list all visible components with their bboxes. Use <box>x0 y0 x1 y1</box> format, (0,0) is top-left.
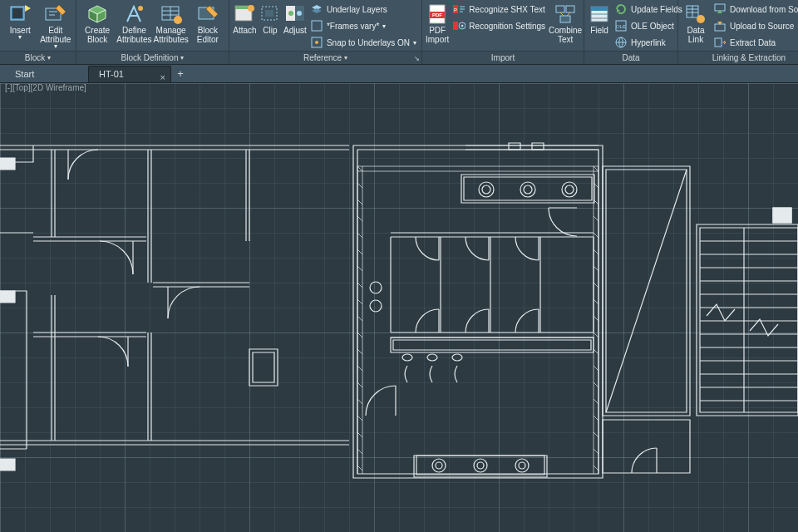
extract-data-label: Extract Data <box>730 38 776 47</box>
edit-attribute-button[interactable]: Edit Attribute▾ <box>39 2 73 51</box>
update-fields-label: Update Fields <box>631 5 682 14</box>
create-block-label: Create Block <box>85 26 110 44</box>
upload-source-label: Upload to Source <box>730 22 794 31</box>
combine-text-icon <box>554 3 577 25</box>
hyperlink-button[interactable]: Hyperlink <box>614 35 682 50</box>
adjust-label: Adjust <box>283 26 307 35</box>
panel-block-title[interactable]: Block▾ <box>0 51 76 64</box>
svg-rect-50 <box>715 38 722 47</box>
recognition-settings-label: Recognition Settings <box>469 22 545 31</box>
frame-icon <box>310 19 323 32</box>
panel-data-title: Data <box>584 51 677 64</box>
panel-block-def-title[interactable]: Block Definition▾ <box>76 51 229 64</box>
tab-start[interactable]: Start <box>5 66 88 82</box>
combine-text-button[interactable]: Combine Text <box>549 2 582 46</box>
field-icon <box>588 3 611 25</box>
recognize-shx-label: Recognize SHX Text <box>469 5 545 14</box>
svg-point-70 <box>519 462 525 469</box>
tab-file[interactable]: HT-01× <box>88 66 171 82</box>
svg-rect-52 <box>253 352 274 382</box>
field-button[interactable]: Field <box>588 2 611 37</box>
frames-vary-label: *Frames vary* <box>327 22 379 31</box>
reference-launcher-icon[interactable]: ↘ <box>414 55 420 62</box>
svg-point-62 <box>565 185 574 194</box>
new-tab-button[interactable]: + <box>171 66 190 82</box>
upload-icon <box>713 19 727 32</box>
svg-point-20 <box>288 11 293 16</box>
insert-label: Insert▾ <box>10 26 31 40</box>
adjust-button[interactable]: Adjust <box>283 2 307 37</box>
attach-icon <box>233 3 256 25</box>
hyperlink-label: Hyperlink <box>631 38 666 47</box>
svg-point-71 <box>370 282 382 293</box>
ole-object-label: OLE Object <box>631 22 674 31</box>
svg-text:OLE: OLE <box>616 24 626 29</box>
download-source-button[interactable]: Download from Source <box>713 2 798 17</box>
update-icon <box>614 2 628 16</box>
extract-data-button[interactable]: Extract Data <box>713 35 798 50</box>
block-editor-label: Block Editor <box>197 26 219 44</box>
svg-point-15 <box>248 5 254 12</box>
svg-rect-1 <box>12 8 22 18</box>
recognize-icon: P <box>452 2 466 16</box>
panel-block: Insert▾ Edit Attribute▾ Block▾ <box>0 0 76 64</box>
manage-attributes-button[interactable]: Manage Attributes <box>154 2 189 46</box>
floorplan-drawing <box>0 83 798 532</box>
svg-point-26 <box>315 41 318 44</box>
svg-marker-2 <box>25 5 31 12</box>
recognize-shx-button[interactable]: P Recognize SHX Text <box>452 2 545 17</box>
data-link-label: Data Link <box>687 26 704 44</box>
underlay-layers-button[interactable]: Underlay Layers <box>310 2 416 17</box>
document-tabs: Start HT-01× + <box>0 65 798 83</box>
svg-marker-40 <box>617 8 620 12</box>
pdf-icon: PDF <box>426 3 449 25</box>
svg-rect-83 <box>773 208 791 223</box>
update-fields-button[interactable]: Update Fields <box>614 2 682 17</box>
edit-attribute-icon <box>44 3 67 25</box>
download-source-label: Download from Source <box>730 5 798 14</box>
define-attributes-button[interactable]: Define Attributes <box>116 2 151 46</box>
upload-source-button[interactable]: Upload to Source <box>713 18 798 33</box>
panel-reference-title[interactable]: Reference▾ <box>229 51 421 64</box>
svg-rect-37 <box>560 16 570 22</box>
svg-point-75 <box>402 354 412 361</box>
svg-rect-36 <box>566 6 574 12</box>
svg-point-8 <box>138 6 143 11</box>
attach-button[interactable]: Attach <box>233 2 257 37</box>
insert-icon <box>8 3 32 25</box>
download-icon <box>713 2 727 16</box>
snap-underlays-button[interactable]: Snap to Underlays ON▾ <box>310 35 416 50</box>
block-editor-icon <box>196 3 219 25</box>
drawing-viewport[interactable]: [-][Top][2D Wireframe] <box>0 83 798 532</box>
hyperlink-icon <box>614 36 628 49</box>
svg-point-60 <box>524 185 532 194</box>
ole-object-button[interactable]: OLE OLE Object <box>614 18 682 33</box>
svg-rect-86 <box>532 143 544 150</box>
svg-rect-82 <box>700 228 798 412</box>
svg-rect-74 <box>393 340 591 350</box>
panel-import-title: Import <box>422 51 584 64</box>
create-block-button[interactable]: Create Block <box>80 2 115 46</box>
block-editor-button[interactable]: Block Editor <box>190 2 225 46</box>
snap-underlays-label: Snap to Underlays ON <box>327 38 410 47</box>
svg-point-59 <box>520 182 535 197</box>
underlay-layers-label: Underlay Layers <box>327 5 387 14</box>
svg-point-57 <box>479 182 494 197</box>
svg-rect-85 <box>509 143 520 150</box>
tab-file-label: HT-01 <box>99 66 124 82</box>
recognition-settings-button[interactable]: Recognition Settings <box>452 18 545 33</box>
pdf-import-button[interactable]: PDF PDF Import <box>426 2 449 46</box>
frames-vary-button[interactable]: *Frames vary*▾ <box>310 18 416 33</box>
svg-rect-39 <box>591 7 608 11</box>
svg-point-45 <box>697 15 705 23</box>
svg-point-65 <box>432 459 446 472</box>
adjust-icon <box>283 3 307 25</box>
insert-button[interactable]: Insert▾ <box>3 2 37 42</box>
svg-text:P: P <box>454 7 457 12</box>
clip-button[interactable]: Clip <box>259 2 282 37</box>
recog-settings-icon <box>452 19 466 32</box>
svg-rect-89 <box>0 459 15 470</box>
svg-rect-48 <box>715 24 725 31</box>
data-link-button[interactable]: Data Link <box>682 2 710 46</box>
svg-rect-35 <box>556 6 564 12</box>
